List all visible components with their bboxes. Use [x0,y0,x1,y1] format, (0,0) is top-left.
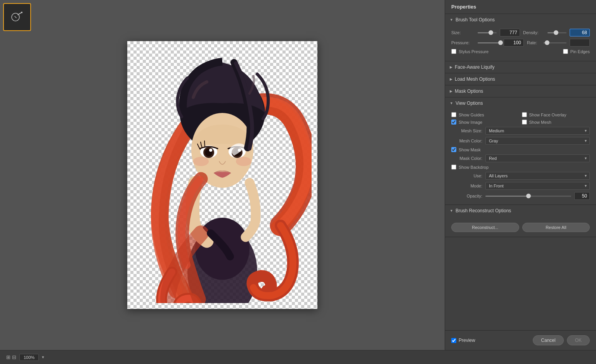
section-collapse-triangle: ▼ [450,18,453,22]
show-backdrop-label[interactable]: Show Backdrop [451,165,590,170]
show-image-label[interactable]: Show Image [451,120,520,125]
view-options-triangle: ▼ [450,101,453,105]
show-mesh-label[interactable]: Show Mesh [522,120,590,125]
stylus-pressure-checkbox[interactable] [451,49,456,54]
panel-title: Properties [445,0,596,14]
preview-text: Preview [459,338,475,343]
show-guides-text: Show Guides [459,113,484,117]
backdrop-use-dropdown-wrapper[interactable]: All Layers Background Current Layer ▼ [485,172,590,180]
load-mesh-header[interactable]: ▶ Load Mesh Options [445,73,596,85]
mesh-color-row: Mesh Color: Black Gray White Red ▼ [451,137,590,145]
svg-point-1 [21,12,23,13]
show-face-overlay-checkbox[interactable] [522,112,527,117]
mask-options-title: Mask Options [455,88,483,94]
show-guides-label[interactable]: Show Guides [451,112,520,117]
mask-color-dropdown-wrapper[interactable]: None Red Green Blue ▼ [485,154,590,162]
rate-label: Rate: [527,40,541,45]
reconstruct-buttons-row: Reconstruct... Restore All [451,223,590,232]
mesh-size-select[interactable]: Small Medium Large [485,127,590,135]
brush-tool-options-header[interactable]: ▼ Brush Tool Options [445,14,596,26]
mask-options-header[interactable]: ▶ Mask Options [445,85,596,97]
show-mask-row: Show Mask [451,147,590,152]
show-backdrop-text: Show Backdrop [459,165,489,170]
mesh-color-select[interactable]: Black Gray White Red [485,137,590,145]
action-buttons: Cancel OK [533,335,590,345]
page-icon-2[interactable]: ⊟ [12,354,16,360]
rate-input[interactable] [570,39,590,47]
show-image-text: Show Image [459,120,482,125]
opacity-slider-container[interactable] [485,196,571,197]
show-mesh-checkbox[interactable] [522,120,527,125]
backdrop-use-select[interactable]: All Layers Background Current Layer [485,172,590,180]
svg-point-11 [209,149,212,152]
backdrop-use-row: Use: All Layers Background Current Layer… [451,172,590,180]
show-face-overlay-text: Show Face Overlay [529,113,567,117]
mesh-size-row: Mesh Size: Small Medium Large ▼ [451,127,590,135]
stylus-pressure-checkbox-label[interactable]: Stylus Pressure [451,49,520,54]
svg-point-16 [193,157,209,166]
pressure-slider-container[interactable] [478,42,501,43]
brush-reconstruct-triangle: ▼ [450,209,453,213]
show-face-overlay-label[interactable]: Show Face Overlay [522,112,590,117]
size-label: Size: [451,30,475,35]
brush-reconstruct-header[interactable]: ▼ Brush Reconstruct Options [445,205,596,217]
restore-all-button[interactable]: Restore All [522,223,590,232]
show-backdrop-row: Show Backdrop [451,165,590,170]
show-mask-label[interactable]: Show Mask [451,147,590,152]
backdrop-use-label: Use: [451,173,482,178]
show-guides-checkbox[interactable] [451,112,456,117]
canvas-area [0,0,445,350]
view-row-2: Show Image Show Mesh [451,120,590,125]
preview-checkbox[interactable] [451,338,456,343]
pin-edges-checkbox-label[interactable]: Pin Edges [522,49,590,54]
size-slider-container[interactable] [478,32,497,33]
preview-label[interactable]: Preview [451,338,475,343]
mask-color-select[interactable]: None Red Green Blue [485,154,590,162]
rate-slider-container[interactable] [544,42,567,43]
artwork-canvas[interactable] [127,41,317,309]
view-row-1: Show Guides Show Face Overlay [451,112,590,117]
mask-options-section: ▶ Mask Options [445,85,596,97]
zoom-dropdown-arrow[interactable]: ▾ [42,355,44,360]
liquify-tool-icon[interactable] [3,3,31,31]
stylus-pressure-label: Stylus Pressure [459,49,489,54]
brush-reconstruct-section: ▼ Brush Reconstruct Options Reconstruct.… [445,205,596,237]
mesh-color-dropdown-wrapper[interactable]: Black Gray White Red ▼ [485,137,590,145]
tool-icon-container [3,3,31,31]
density-label: Density: [523,30,544,35]
opacity-input[interactable] [574,192,590,200]
view-options-title: View Options [456,101,483,106]
show-backdrop-checkbox[interactable] [451,165,456,170]
mask-color-label: Mask Color: [451,156,482,161]
backdrop-opacity-label: Opacity: [451,194,482,198]
face-aware-title: Face-Aware Liquify [455,64,495,70]
artwork-container [127,41,317,309]
page-icon-1[interactable]: ⊞ [6,354,10,360]
panel-footer: Preview Cancel OK [445,330,596,350]
status-bar-left: ⊞ ⊟ 100% ▾ [6,354,44,361]
show-image-checkbox[interactable] [451,120,456,125]
zoom-display: 100% [19,354,39,361]
face-aware-header[interactable]: ▶ Face-Aware Liquify [445,61,596,73]
show-mask-text: Show Mask [459,147,481,152]
backdrop-mode-label: Mode: [451,184,482,188]
mesh-color-label: Mesh Color: [451,139,482,143]
density-input[interactable] [570,29,590,36]
density-slider-container[interactable] [547,32,567,33]
reconstruct-button[interactable]: Reconstruct... [451,223,519,232]
pin-edges-checkbox[interactable] [563,49,568,54]
svg-point-17 [236,157,251,166]
page-icons: ⊞ ⊟ [6,354,16,360]
mask-color-row: Mask Color: None Red Green Blue ▼ [451,154,590,162]
size-input[interactable] [500,29,520,36]
show-mask-checkbox[interactable] [451,147,456,152]
pressure-input[interactable] [504,39,524,47]
cancel-button[interactable]: Cancel [533,335,563,345]
backdrop-mode-dropdown-wrapper[interactable]: Behind In Front Blend ▼ [485,182,590,190]
backdrop-mode-select[interactable]: Behind In Front Blend [485,182,590,190]
view-options-header[interactable]: ▼ View Options [445,97,596,109]
backdrop-mode-row: Mode: Behind In Front Blend ▼ [451,182,590,190]
mesh-size-dropdown-wrapper[interactable]: Small Medium Large ▼ [485,127,590,135]
ok-button[interactable]: OK [567,335,590,345]
properties-panel: Properties ▼ Brush Tool Options Size: [445,0,596,350]
